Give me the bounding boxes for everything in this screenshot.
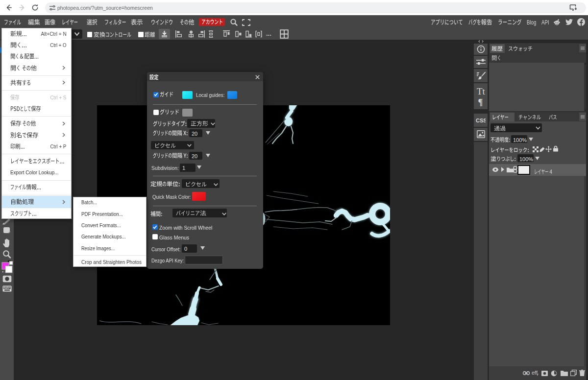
svg-text:CSS: CSS bbox=[476, 118, 486, 123]
svg-text:Tt: Tt bbox=[477, 86, 486, 96]
svg-text:eff: eff bbox=[532, 370, 538, 376]
svg-text:¶: ¶ bbox=[478, 97, 483, 107]
